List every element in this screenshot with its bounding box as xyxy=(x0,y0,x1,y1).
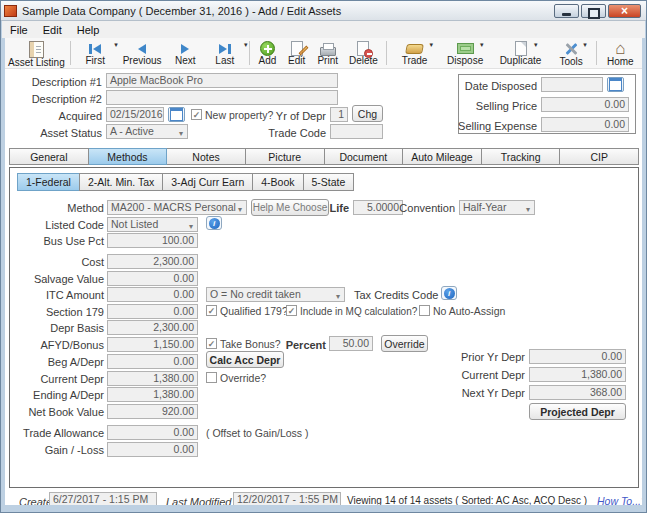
maximize-button[interactable] xyxy=(581,4,606,18)
window-frame-right xyxy=(642,21,646,512)
toolbar-dispose[interactable]: ▾ Dispose xyxy=(439,39,492,67)
subtab-state[interactable]: 5-State xyxy=(303,173,355,191)
tab-picture[interactable]: Picture xyxy=(246,148,325,165)
current-depr-right-field[interactable]: 1,380.00 xyxy=(529,367,626,382)
toolbar-asset-listing[interactable]: Asset Listing xyxy=(6,39,67,67)
net-book-value-field[interactable]: 920.00 xyxy=(107,404,198,419)
salvage-value-field[interactable]: 0.00 xyxy=(107,271,198,286)
toolbar-delete[interactable]: Delete xyxy=(344,39,383,67)
toolbar-separator xyxy=(596,41,597,65)
dropdown-caret: ▾ xyxy=(244,41,248,49)
listed-code-info-button[interactable] xyxy=(206,216,222,230)
method-dropdown[interactable]: MA200 - MACRS Personal xyxy=(107,200,247,215)
bus-use-pct-field[interactable]: 100.00 xyxy=(107,233,198,248)
toolbar-next[interactable]: Next xyxy=(167,39,203,67)
menu-edit[interactable]: Edit xyxy=(43,24,62,36)
ending-adepr-field[interactable]: 1,380.00 xyxy=(107,387,198,402)
cost-label: Cost xyxy=(7,255,104,269)
section179-field[interactable]: 0.00 xyxy=(107,304,198,319)
tab-document[interactable]: Document xyxy=(325,148,404,165)
chg-button[interactable]: Chg xyxy=(352,105,383,122)
selling-price-field[interactable]: 0.00 xyxy=(541,97,629,112)
tax-credits-info-button[interactable] xyxy=(441,286,457,300)
take-bonus-checkbox[interactable]: ✓ xyxy=(206,338,217,349)
yr-of-depr-label: Yr of Depr xyxy=(231,109,326,123)
current-depr-field[interactable]: 1,380.00 xyxy=(107,371,198,386)
subtab-federal[interactable]: 1-Federal xyxy=(17,173,80,191)
afyd-bonus-field[interactable]: 1,150.00 xyxy=(107,337,198,352)
calc-acc-depr-button[interactable]: Calc Acc Depr xyxy=(206,351,284,368)
prior-yr-depr-field[interactable]: 0.00 xyxy=(529,349,626,364)
offset-note: ( Offset to Gain/Loss ) xyxy=(206,426,309,440)
menubar: File Edit Help xyxy=(2,21,645,38)
new-property-checkbox[interactable]: ✓ xyxy=(191,109,202,120)
next-yr-depr-field[interactable]: 368.00 xyxy=(529,385,626,400)
toolbar-previous[interactable]: Previous xyxy=(117,39,168,67)
tab-notes[interactable]: Notes xyxy=(167,148,246,165)
qualified179-checkbox[interactable]: ✓ xyxy=(206,305,217,316)
subtab-alt-min-tax[interactable]: 2-Alt. Min. Tax xyxy=(79,173,163,191)
current-depr-right-label: Current Depr xyxy=(428,368,525,382)
listed-code-dropdown[interactable]: Not Listed xyxy=(107,217,198,232)
cost-field[interactable]: 2,300.00 xyxy=(107,254,198,269)
dropdown-caret: ▾ xyxy=(429,41,433,49)
toolbar-first[interactable]: ▾ First xyxy=(74,39,117,67)
trade-code-field[interactable] xyxy=(330,124,383,139)
include-mq-checkbox[interactable]: ✓ xyxy=(286,305,297,316)
toolbar-last[interactable]: ▾ Last xyxy=(203,39,246,67)
gain-loss-label: Gain / -Loss xyxy=(7,443,104,457)
tab-cip[interactable]: CIP xyxy=(560,148,639,165)
no-auto-assign-label: No Auto-Assign xyxy=(433,305,505,318)
yr-of-depr-field[interactable]: 1 xyxy=(330,107,348,122)
selling-expense-field[interactable]: 0.00 xyxy=(541,117,629,132)
itc-code-dropdown[interactable]: O = No credit taken xyxy=(206,287,345,302)
itc-amount-field[interactable]: 0.00 xyxy=(107,287,198,302)
override-button[interactable]: Override xyxy=(381,335,428,352)
convention-dropdown[interactable]: Half-Year xyxy=(459,200,535,215)
window-controls xyxy=(554,4,643,18)
tab-methods[interactable]: Methods xyxy=(89,148,168,165)
depr-basis-field[interactable]: 2,300.00 xyxy=(107,320,198,335)
tab-auto-mileage[interactable]: Auto Mileage xyxy=(403,148,482,165)
description1-field[interactable]: Apple MacBook Pro xyxy=(106,73,338,88)
toolbar-edit[interactable]: Edit xyxy=(282,39,312,67)
projected-depr-button[interactable]: Projected Depr xyxy=(529,403,626,420)
asset-status-dropdown[interactable]: A - Active xyxy=(106,124,188,139)
delete-icon xyxy=(357,41,369,56)
tab-general[interactable]: General xyxy=(9,148,89,165)
date-disposed-calendar-button[interactable] xyxy=(607,77,624,92)
beg-adepr-field[interactable]: 0.00 xyxy=(107,354,198,369)
subtab-adj-curr-earn[interactable]: 3-Adj Curr Earn xyxy=(162,173,253,191)
include-mq-label: Include in MQ calculation? xyxy=(300,305,417,318)
toolbar-home[interactable]: Home xyxy=(600,39,641,67)
acquired-calendar-button[interactable] xyxy=(168,107,185,122)
minimize-button[interactable] xyxy=(554,4,579,18)
first-record-icon xyxy=(89,41,101,56)
no-auto-assign-checkbox[interactable] xyxy=(419,305,430,316)
next-record-icon xyxy=(181,41,189,56)
date-disposed-field[interactable] xyxy=(541,77,603,92)
menu-file[interactable]: File xyxy=(10,24,28,36)
override-checkbox[interactable] xyxy=(206,372,217,383)
window-frame-bottom xyxy=(1,505,646,512)
tab-tracking[interactable]: Tracking xyxy=(482,148,561,165)
cash-bill-icon xyxy=(457,41,474,56)
handshake-icon xyxy=(406,41,423,56)
trade-allowance-field[interactable]: 0.00 xyxy=(107,425,198,440)
description2-field[interactable] xyxy=(106,90,338,105)
toolbar-duplicate[interactable]: ▾ Duplicate xyxy=(491,39,549,67)
toolbar-add[interactable]: Add xyxy=(253,39,281,67)
toolbar-print[interactable]: Print xyxy=(312,39,344,67)
percent-field[interactable]: 50.00 xyxy=(329,336,373,351)
subtab-book[interactable]: 4-Book xyxy=(252,173,303,191)
salvage-value-label: Salvage Value xyxy=(7,272,104,286)
close-button[interactable] xyxy=(608,4,641,18)
toolbar-tools[interactable]: ▾ Tools xyxy=(550,39,593,67)
acquired-field[interactable]: 02/15/2016 xyxy=(106,107,164,122)
menu-help[interactable]: Help xyxy=(77,24,100,36)
convention-label: Convention xyxy=(395,201,455,215)
bus-use-pct-label: Bus Use Pct xyxy=(7,234,104,248)
trade-allowance-label: Trade Allowance xyxy=(7,426,104,440)
toolbar-trade[interactable]: ▾ Trade xyxy=(390,39,439,67)
gain-loss-field[interactable]: 0.00 xyxy=(107,442,198,457)
